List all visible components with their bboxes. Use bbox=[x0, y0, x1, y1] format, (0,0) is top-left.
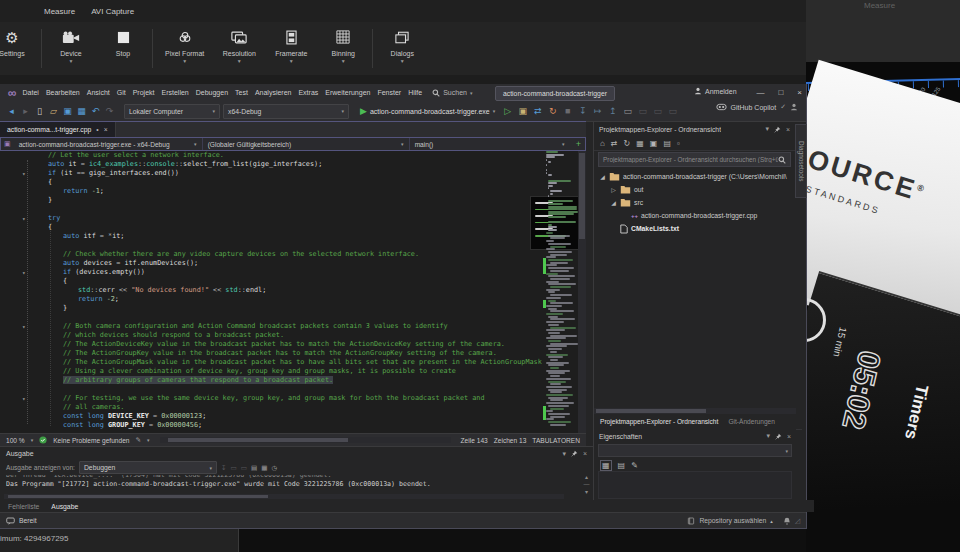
nav-scope-dropdown[interactable]: (Globaler Gültigkeitsbereich)▾ bbox=[203, 138, 410, 150]
tabs-mode-indicator[interactable]: TABULATOREN bbox=[532, 437, 580, 444]
code-line[interactable]: } bbox=[0, 196, 586, 205]
add-view-icon[interactable]: + bbox=[576, 139, 585, 149]
fold-arrow-icon[interactable]: ▾ bbox=[22, 169, 26, 178]
panel-tab-ausgabe[interactable]: Ausgabe bbox=[51, 503, 78, 510]
ribbon-button-device[interactable]: Device▼ bbox=[45, 22, 97, 75]
fold-arrow-icon[interactable]: ▾ bbox=[22, 214, 26, 223]
code-line[interactable]: { bbox=[0, 277, 586, 286]
alphabetical-icon[interactable]: ▤ bbox=[618, 461, 626, 470]
chevron-down-icon[interactable]: ▾ bbox=[766, 432, 770, 440]
scrollbar-thumb[interactable] bbox=[596, 409, 706, 413]
github-copilot-button[interactable]: GitHub Copilot ✓ bbox=[716, 103, 798, 111]
save-icon[interactable]: ▣ bbox=[62, 106, 73, 117]
code-line[interactable]: std::cerr << "No devices found!" << std:… bbox=[0, 286, 586, 295]
bookmark-icon[interactable]: ▭ bbox=[652, 106, 663, 117]
sign-in-button[interactable]: Anmelden bbox=[694, 87, 737, 95]
code-line[interactable] bbox=[0, 313, 586, 322]
properties-object-dropdown[interactable]: ▾ bbox=[598, 444, 792, 457]
show-all-files-icon[interactable]: ▣ bbox=[650, 139, 658, 148]
line-indicator[interactable]: Zeile 143 bbox=[461, 437, 488, 444]
find-next-icon[interactable]: ▭ bbox=[230, 464, 236, 472]
menu-item-datei[interactable]: Datei bbox=[23, 89, 39, 96]
code-line[interactable]: auto devices = itf.enumDevices(); bbox=[0, 259, 586, 268]
close-tab-icon[interactable]: × bbox=[104, 126, 108, 133]
maximize-button[interactable]: □ bbox=[778, 88, 783, 97]
code-editor[interactable]: // Let the user select a network interfa… bbox=[0, 151, 586, 433]
menu-item-fenster[interactable]: Fenster bbox=[377, 89, 401, 96]
menu-item-projekt[interactable]: Projekt bbox=[133, 89, 155, 96]
refresh-icon[interactable]: ↻ bbox=[624, 139, 631, 148]
bookmark-icon[interactable]: ▭ bbox=[667, 106, 678, 117]
menu-item-ansicht[interactable]: Ansicht bbox=[87, 89, 110, 96]
ribbon-button-resolution[interactable]: Resolution▼ bbox=[213, 22, 265, 75]
dock-tab[interactable]: Projektmappen-Explorer - Ordneransicht bbox=[600, 418, 718, 425]
tree-item-cmakelists.txt[interactable]: CMakeLists.txt bbox=[594, 222, 795, 235]
home-icon[interactable]: ⌂ bbox=[600, 139, 605, 148]
repository-picker[interactable]: Repository auswählen ▴ ◿ bbox=[687, 517, 800, 525]
bookmark-icon[interactable]: ▭ bbox=[637, 106, 648, 117]
resize-grip-icon[interactable]: ◿ bbox=[795, 517, 800, 525]
code-line[interactable]: // The ActionGroupMask value in the broa… bbox=[0, 358, 586, 367]
pencil-icon[interactable]: ✎ bbox=[135, 436, 141, 444]
panel-tab-fehlerliste[interactable]: Fehlerliste bbox=[8, 503, 39, 510]
code-line[interactable]: // The ActionDeviceKey value in the broa… bbox=[0, 340, 586, 349]
code-line[interactable]: // The ActionGroupKey value in the broad… bbox=[0, 349, 586, 358]
menu-item-debuggen[interactable]: Debuggen bbox=[196, 89, 228, 96]
close-icon[interactable]: × bbox=[787, 433, 791, 440]
scroll-up-icon[interactable]: ▴ bbox=[585, 473, 588, 480]
code-line[interactable]: // Let the user select a network interfa… bbox=[0, 151, 586, 160]
code-line[interactable]: } bbox=[0, 304, 586, 313]
step-into-icon[interactable]: ↧ bbox=[577, 106, 588, 117]
code-line[interactable]: return -1; bbox=[0, 187, 586, 196]
ribbon-button-settings[interactable]: ⚙Settings bbox=[0, 22, 38, 75]
hot-reload-icon[interactable]: ↻ bbox=[547, 106, 558, 117]
ribbon-button-binning[interactable]: Binning▼ bbox=[317, 22, 369, 75]
ribbon-button-framerate[interactable]: Framerate▼ bbox=[265, 22, 317, 75]
solution-search-input[interactable]: Projektmappen-Explorer - Ordneransicht d… bbox=[598, 152, 791, 167]
code-line[interactable]: ▾// For testing, we use the same device … bbox=[0, 394, 586, 403]
properties-icon[interactable]: ▤ bbox=[663, 139, 671, 148]
nav-project-dropdown[interactable]: action-command-broadcast-trigger.exe - x… bbox=[14, 138, 203, 150]
scrollbar-thumb[interactable] bbox=[8, 495, 268, 498]
tree-item-action-command-broadcast-trigger.cpp[interactable]: ++action-command-broadcast-trigger.cpp bbox=[594, 209, 795, 222]
menu-item-test[interactable]: Test bbox=[235, 89, 248, 96]
profile-icon[interactable] bbox=[790, 103, 798, 111]
chevron-down-icon[interactable]: ▾ bbox=[765, 125, 769, 133]
preview-icon[interactable]: ▫ bbox=[677, 139, 680, 148]
camera-app-tab-measure[interactable]: Measure bbox=[44, 7, 75, 16]
output-scrollbar[interactable]: ▴ — ▾ bbox=[582, 473, 591, 495]
code-line[interactable]: // which devices should respond to a bro… bbox=[0, 331, 586, 340]
tab-diagnostics[interactable]: Diagnosetools bbox=[795, 124, 807, 198]
pin-icon[interactable]: • bbox=[96, 126, 98, 133]
minimize-button[interactable]: — bbox=[756, 88, 764, 97]
build-icon[interactable]: ⇄ bbox=[532, 106, 543, 117]
tree-item-action-command-broadcast-trigger[interactable]: ◢action-command-broadcast-trigger (C:\Us… bbox=[594, 170, 795, 183]
scrollbar-thumb[interactable] bbox=[168, 438, 348, 442]
close-icon[interactable]: × bbox=[583, 450, 587, 458]
code-line[interactable]: auto itf = *it; bbox=[0, 232, 586, 241]
word-wrap-icon[interactable]: ▤ bbox=[251, 464, 257, 472]
code-line[interactable]: // all cameras. bbox=[0, 403, 586, 412]
fold-arrow-icon[interactable]: ▾ bbox=[22, 394, 26, 403]
step-over-icon[interactable]: ↦ bbox=[592, 106, 603, 117]
zoom-level[interactable]: 100 % bbox=[6, 437, 25, 444]
categorized-icon[interactable]: ▦ bbox=[600, 460, 612, 471]
code-line[interactable] bbox=[0, 385, 586, 394]
code-line[interactable]: const long GROUP_KEY = 0x00000456; bbox=[0, 421, 586, 430]
clear-all-icon[interactable]: ▦ bbox=[261, 464, 267, 472]
code-line[interactable]: ▾if (it == gige_interfaces.end()) bbox=[0, 169, 586, 178]
scrollbar-thumb[interactable] bbox=[579, 153, 585, 239]
tree-closed-arrow-icon[interactable]: ▷ bbox=[610, 186, 617, 193]
close-button[interactable]: × bbox=[797, 88, 802, 97]
column-indicator[interactable]: Zeichen 13 bbox=[494, 437, 527, 444]
minimap[interactable] bbox=[545, 151, 578, 433]
problems-status[interactable]: Keine Probleme gefunden bbox=[53, 437, 129, 444]
collapse-all-icon[interactable]: ▦ bbox=[636, 139, 644, 148]
pin-icon[interactable] bbox=[775, 433, 782, 440]
tree-item-out[interactable]: ▷out bbox=[594, 183, 795, 196]
new-file-icon[interactable]: ▯ bbox=[34, 106, 45, 117]
step-out-icon[interactable]: ↥ bbox=[607, 106, 618, 117]
code-line[interactable] bbox=[0, 205, 586, 214]
code-line[interactable]: // Check whether there are any video cap… bbox=[0, 250, 586, 259]
ribbon-button-pixel-format[interactable]: Pixel Format▼ bbox=[156, 22, 213, 75]
